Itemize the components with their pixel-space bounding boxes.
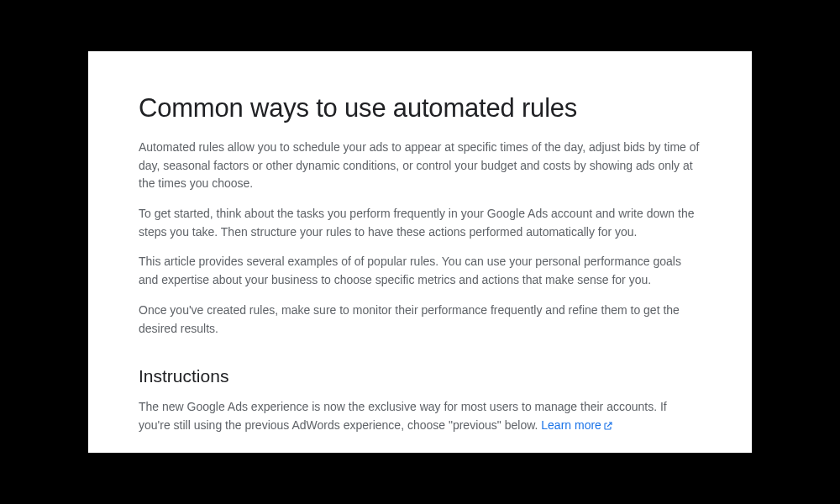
intro-paragraph-2: To get started, think about the tasks yo… [139,205,701,241]
instructions-heading: Instructions [139,366,701,386]
intro-paragraph-4: Once you've created rules, make sure to … [139,302,701,338]
intro-paragraph-1: Automated rules allow you to schedule yo… [139,139,701,193]
intro-paragraph-3: This article provides several examples o… [139,253,701,289]
page-title: Common ways to use automated rules [139,93,701,123]
external-link-icon [603,418,613,437]
instructions-paragraph: The new Google Ads experience is now the… [139,398,701,436]
learn-more-label: Learn more [541,418,601,432]
learn-more-link[interactable]: Learn more [541,418,613,432]
document-card: Common ways to use automated rules Autom… [88,51,752,453]
